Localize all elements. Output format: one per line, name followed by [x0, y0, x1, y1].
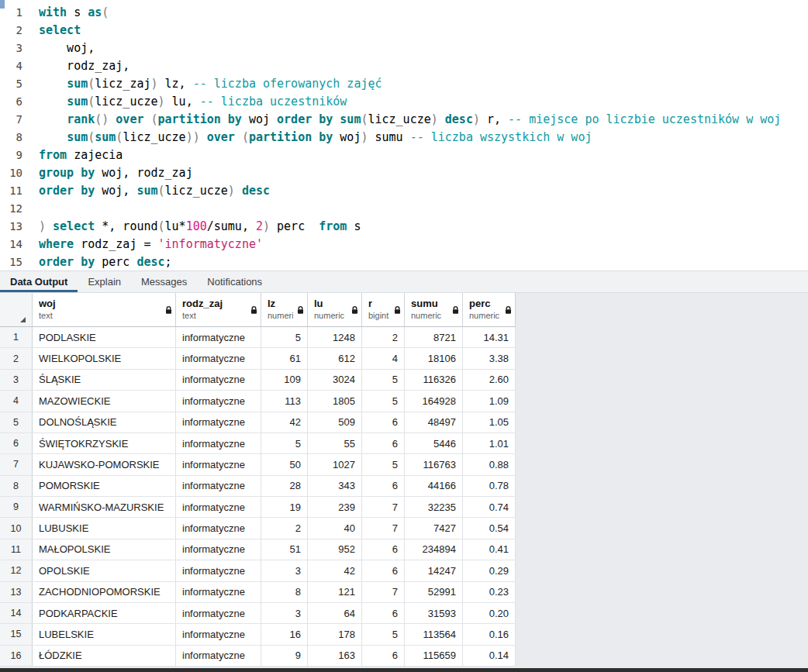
cell-sumu[interactable]: 115659 [405, 646, 463, 666]
row-number[interactable]: 10 [0, 518, 33, 538]
cell-rodz_zaj[interactable]: informatyczne [176, 370, 261, 390]
code-line[interactable]: with s as( [33, 4, 808, 22]
cell-r[interactable]: 7 [362, 582, 405, 602]
cell-rodz_zaj[interactable]: informatyczne [176, 327, 261, 347]
row-number[interactable]: 5 [0, 412, 33, 432]
cell-lz[interactable]: 5 [261, 327, 308, 347]
cell-sumu[interactable]: 44166 [405, 476, 463, 496]
cell-rodz_zaj[interactable]: informatyczne [176, 518, 261, 538]
row-number[interactable]: 1 [0, 327, 33, 347]
select-all-corner[interactable] [0, 293, 33, 326]
cell-sumu[interactable]: 116326 [405, 370, 463, 390]
table-row[interactable]: 12OPOLSKIEinformatyczne3426142470.29 [0, 560, 516, 581]
table-row[interactable]: 5DOLNOŚLĄSKIEinformatyczne425096484971.0… [0, 412, 516, 433]
editor-code[interactable]: with s as(select woj, rodz_zaj, sum(licz… [33, 0, 808, 271]
table-row[interactable]: 3ŚLĄSKIEinformatyczne109302451163262.60 [0, 370, 516, 391]
cell-r[interactable]: 4 [362, 348, 405, 368]
cell-rodz_zaj[interactable]: informatyczne [176, 412, 261, 432]
cell-r[interactable]: 6 [362, 476, 405, 496]
column-header-r[interactable]: rbigint [362, 293, 405, 326]
column-header-lu[interactable]: lunumeric [308, 293, 362, 326]
column-header-perc[interactable]: percnumeric [463, 293, 516, 326]
table-row[interactable]: 13ZACHODNIOPOMORSKIEinformatyczne8121752… [0, 582, 516, 603]
row-number[interactable]: 16 [0, 646, 33, 666]
tab-explain[interactable]: Explain [78, 271, 131, 292]
cell-rodz_zaj[interactable]: informatyczne [176, 560, 261, 581]
cell-sumu[interactable]: 52991 [405, 582, 463, 602]
row-number[interactable]: 9 [0, 497, 33, 517]
cell-rodz_zaj[interactable]: informatyczne [176, 624, 261, 644]
code-line[interactable]: sum(sum(licz_ucze)) over (partition by w… [33, 129, 808, 146]
cell-lz[interactable]: 19 [261, 497, 308, 517]
cell-lz[interactable]: 2 [261, 518, 308, 538]
cell-perc[interactable]: 0.74 [463, 497, 516, 517]
row-number[interactable]: 2 [0, 348, 33, 368]
cell-lu[interactable]: 121 [308, 582, 362, 602]
cell-lu[interactable]: 1805 [308, 391, 362, 411]
row-number[interactable]: 3 [0, 370, 33, 390]
cell-woj[interactable]: WARMIŃSKO-MAZURSKIE [33, 497, 176, 517]
code-line[interactable]: sum(licz_ucze) lu, -- liczba uczestników [33, 93, 808, 111]
cell-perc[interactable]: 0.88 [463, 454, 516, 474]
table-row[interactable]: 6ŚWIĘTOKRZYSKIEinformatyczne555654461.01 [0, 433, 516, 454]
table-row[interactable]: 14PODKARPACKIEinformatyczne3646315930.20 [0, 603, 516, 624]
cell-r[interactable]: 7 [362, 518, 405, 538]
table-row[interactable]: 4MAZOWIECKIEinformatyczne113180551649281… [0, 391, 516, 412]
cell-woj[interactable]: MAŁOPOLSKIE [33, 539, 176, 560]
cell-rodz_zaj[interactable]: informatyczne [176, 497, 261, 517]
cell-woj[interactable]: ŚLĄSKIE [33, 370, 176, 390]
cell-lu[interactable]: 1027 [308, 454, 362, 474]
cell-lz[interactable]: 42 [261, 412, 308, 432]
cell-lz[interactable]: 9 [261, 646, 308, 666]
cell-r[interactable]: 6 [362, 412, 405, 432]
cell-perc[interactable]: 0.16 [463, 624, 516, 644]
code-line[interactable]: rank() over (partition by woj order by s… [33, 111, 808, 129]
cell-rodz_zaj[interactable]: informatyczne [176, 582, 261, 602]
cell-r[interactable]: 6 [362, 646, 405, 666]
cell-rodz_zaj[interactable]: informatyczne [176, 433, 261, 453]
cell-r[interactable]: 6 [362, 433, 405, 453]
cell-perc[interactable]: 0.41 [463, 539, 516, 560]
cell-woj[interactable]: MAZOWIECKIE [33, 391, 176, 411]
grid-body[interactable]: 1PODLASKIEinformatyczne512482872114.312W… [0, 327, 516, 667]
cell-lu[interactable]: 178 [308, 624, 362, 644]
cell-perc[interactable]: 0.20 [463, 603, 516, 623]
cell-lz[interactable]: 61 [261, 348, 308, 368]
tab-notifications[interactable]: Notifications [197, 271, 272, 292]
cell-r[interactable]: 5 [362, 370, 405, 390]
table-row[interactable]: 15LUBELSKIEinformatyczne1617851135640.16 [0, 624, 516, 645]
row-number[interactable]: 7 [0, 454, 33, 474]
cell-woj[interactable]: ZACHODNIOPOMORSKIE [33, 582, 176, 602]
cell-lz[interactable]: 109 [261, 370, 308, 390]
cell-perc[interactable]: 1.09 [463, 391, 516, 411]
cell-woj[interactable]: KUJAWSKO-POMORSKIE [33, 454, 176, 474]
row-number[interactable]: 6 [0, 433, 33, 453]
tab-data-output[interactable]: Data Output [0, 271, 78, 292]
cell-rodz_zaj[interactable]: informatyczne [176, 476, 261, 496]
cell-r[interactable]: 6 [362, 539, 405, 560]
cell-lz[interactable]: 3 [261, 603, 308, 623]
table-row[interactable]: 8POMORSKIEinformatyczne283436441660.78 [0, 476, 516, 497]
cell-perc[interactable]: 0.14 [463, 646, 516, 666]
table-row[interactable]: 2WIELKOPOLSKIEinformatyczne616124181063.… [0, 348, 516, 369]
column-header-lz[interactable]: lznumeric [261, 293, 308, 326]
cell-sumu[interactable]: 14247 [405, 560, 463, 581]
table-row[interactable]: 16ŁÓDZKIEinformatyczne916361156590.14 [0, 646, 516, 667]
code-line[interactable]: where rodz_zaj = 'informatyczne' [33, 236, 808, 253]
cell-rodz_zaj[interactable]: informatyczne [176, 603, 261, 623]
cell-perc[interactable]: 0.78 [463, 476, 516, 496]
cell-sumu[interactable]: 116763 [405, 454, 463, 474]
tab-messages[interactable]: Messages [131, 271, 197, 292]
column-header-woj[interactable]: wojtext [33, 293, 176, 326]
cell-r[interactable]: 5 [362, 624, 405, 644]
cell-woj[interactable]: WIELKOPOLSKIE [33, 348, 176, 368]
cell-r[interactable]: 6 [362, 603, 405, 623]
cell-r[interactable]: 5 [362, 391, 405, 411]
cell-sumu[interactable]: 164928 [405, 391, 463, 411]
cell-lz[interactable]: 16 [261, 624, 308, 644]
cell-lu[interactable]: 42 [308, 560, 362, 581]
cell-sumu[interactable]: 7427 [405, 518, 463, 538]
cell-woj[interactable]: PODKARPACKIE [33, 603, 176, 623]
cell-woj[interactable]: ŚWIĘTOKRZYSKIE [33, 433, 176, 453]
sql-editor[interactable]: 123456789101112131415 with s as(select w… [0, 0, 808, 271]
